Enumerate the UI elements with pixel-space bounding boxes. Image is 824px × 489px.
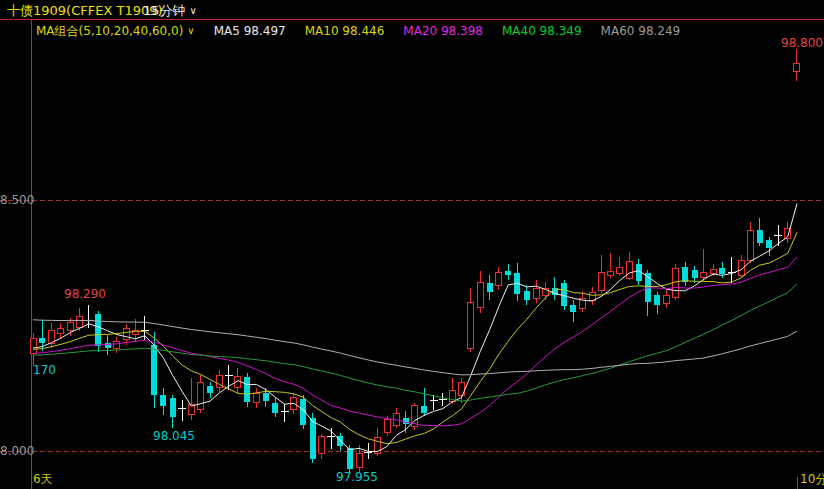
ma-readouts: MA5 98.497MA10 98.446MA20 98.398MA40 98.… <box>195 24 681 38</box>
ma-readout-ma10: MA10 98.446 <box>305 24 385 38</box>
titlebar: 十债1909(CFFEX T1909) 15分钟∨ <box>0 0 824 19</box>
instrument-title: 十债1909(CFFEX T1909) <box>7 2 163 20</box>
ma-readout-ma5: MA5 98.497 <box>214 24 286 38</box>
ma-indicator-bar: MA组合(5,10,20,40,60,0)∨MA5 98.497MA10 98.… <box>36 23 680 40</box>
chevron-down-icon: ∨ <box>187 25 194 36</box>
ma-group-label: MA组合(5,10,20,40,60,0) <box>36 24 183 38</box>
chevron-down-icon: ∨ <box>190 5 197 16</box>
period-label: 15分钟 <box>143 3 186 18</box>
trading-chart-window: 十债1909(CFFEX T1909) 15分钟∨ MA组合(5,10,20,4… <box>0 0 824 489</box>
ma-readout-ma20: MA20 98.398 <box>403 24 483 38</box>
ma-settings-selector[interactable]: MA组合(5,10,20,40,60,0)∨ <box>36 24 195 38</box>
ma-readout-ma40: MA40 98.349 <box>502 24 582 38</box>
ma-readout-ma60: MA60 98.249 <box>601 24 681 38</box>
period-selector[interactable]: 15分钟∨ <box>143 2 197 20</box>
candlestick-chart-canvas[interactable] <box>0 0 824 489</box>
